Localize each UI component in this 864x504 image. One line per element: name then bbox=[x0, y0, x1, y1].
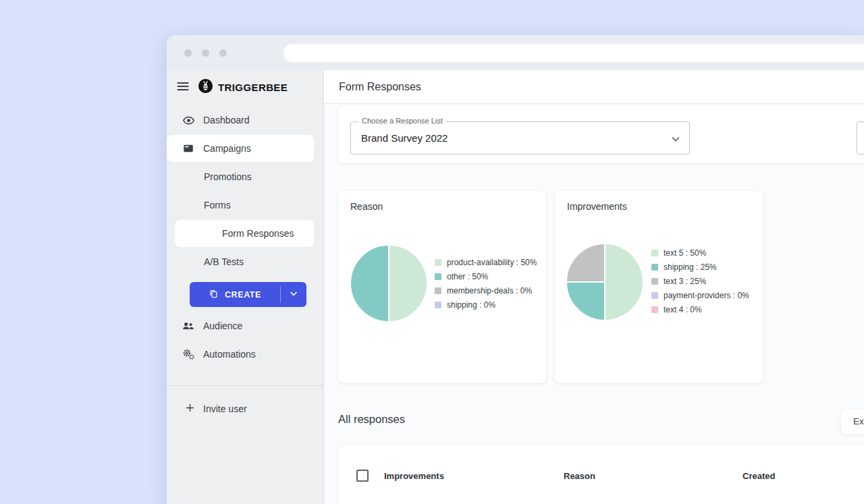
sidebar-item-forms[interactable]: Forms bbox=[167, 192, 323, 219]
legend-label: text 4 : 0% bbox=[664, 305, 702, 314]
legend-item: text 4 : 0% bbox=[651, 302, 754, 316]
legend-swatch bbox=[435, 287, 441, 294]
legend-label: shipping : 0% bbox=[447, 300, 495, 310]
triggerbee-bee-icon bbox=[198, 78, 213, 96]
secondary-select-partial[interactable] bbox=[857, 121, 864, 155]
column-header-created: Created bbox=[742, 471, 775, 481]
copy-icon bbox=[209, 289, 219, 301]
sidebar: TRIGGERBEE Dashboard Campaigns bbox=[167, 70, 324, 504]
sidebar-item-dashboard[interactable]: Dashboard bbox=[167, 107, 323, 134]
sidebar-item-label: Promotions bbox=[204, 171, 252, 182]
legend-item: shipping : 0% bbox=[435, 298, 537, 312]
reason-chart-card: Reason product-availability : 50%other :… bbox=[338, 191, 546, 383]
sidebar-item-promotions[interactable]: Promotions bbox=[167, 163, 323, 190]
campaigns-icon bbox=[182, 142, 195, 155]
responses-table: Improvements Reason Created bbox=[338, 445, 864, 504]
sidebar-item-label: Audience bbox=[203, 320, 242, 331]
legend-item: shipping : 25% bbox=[651, 260, 754, 274]
response-list-select[interactable]: Choose a Response List Brand Survey 2022 bbox=[350, 121, 690, 155]
export-button[interactable]: Export bbox=[841, 409, 864, 435]
legend-label: text 5 : 50% bbox=[664, 248, 706, 258]
window-close-button[interactable] bbox=[184, 49, 192, 57]
legend-item: payment-providers : 0% bbox=[651, 288, 754, 302]
chevron-down-icon bbox=[670, 133, 682, 148]
legend-label: payment-providers : 0% bbox=[664, 291, 749, 300]
sidebar-item-label: Dashboard bbox=[203, 115, 250, 125]
legend-swatch bbox=[651, 306, 658, 313]
legend-swatch bbox=[651, 250, 658, 256]
browser-chrome bbox=[167, 35, 864, 70]
legend-swatch bbox=[651, 278, 658, 285]
improvements-pie-chart bbox=[564, 242, 645, 323]
sidebar-item-automations[interactable]: Automations bbox=[167, 341, 323, 368]
main-content: Form Responses Choose a Response List Br… bbox=[324, 70, 864, 504]
legend-swatch bbox=[651, 292, 658, 299]
legend-item: membership-deals : 0% bbox=[435, 283, 537, 298]
response-list-filter-card: Choose a Response List Brand Survey 2022 bbox=[338, 105, 864, 163]
legend-swatch bbox=[435, 302, 441, 308]
legend-item: text 3 : 25% bbox=[651, 274, 754, 288]
legend-item: product-availability : 50% bbox=[435, 255, 537, 269]
legend-swatch bbox=[435, 273, 441, 280]
reason-chart-legend: product-availability : 50%other : 50%mem… bbox=[435, 255, 537, 312]
window-minimize-button[interactable] bbox=[202, 49, 209, 57]
legend-item: other : 50% bbox=[435, 269, 537, 283]
invite-user-label: Invite user bbox=[203, 403, 247, 414]
sidebar-item-label: Automations bbox=[203, 349, 256, 360]
app-root: TRIGGERBEE Dashboard Campaigns bbox=[167, 70, 864, 504]
url-bar[interactable] bbox=[284, 44, 864, 62]
sidebar-item-form-responses[interactable]: Form Responses bbox=[175, 220, 314, 247]
sidebar-header: TRIGGERBEE bbox=[167, 70, 323, 104]
sidebar-divider bbox=[167, 385, 323, 386]
sidebar-item-label: Forms bbox=[204, 200, 231, 211]
response-list-select-value: Brand Survey 2022 bbox=[351, 122, 689, 154]
reason-pie-chart bbox=[348, 243, 429, 324]
brand-name: TRIGGERBEE bbox=[218, 82, 288, 93]
column-header-improvements: Improvements bbox=[384, 471, 444, 481]
response-list-select-label: Choose a Response List bbox=[358, 117, 446, 125]
legend-label: membership-deals : 0% bbox=[447, 286, 532, 296]
legend-swatch bbox=[651, 264, 658, 271]
legend-item: text 5 : 50% bbox=[651, 246, 754, 260]
chart-title: Reason bbox=[350, 201, 383, 212]
sidebar-item-label: Campaigns bbox=[203, 143, 251, 154]
all-responses-heading: All responses bbox=[338, 413, 405, 426]
gears-icon bbox=[182, 347, 195, 361]
improvements-chart-legend: text 5 : 50%shipping : 25%text 3 : 25%pa… bbox=[651, 246, 754, 316]
column-header-reason: Reason bbox=[564, 471, 595, 481]
create-dropdown-button[interactable] bbox=[281, 282, 306, 307]
improvements-chart-card: Improvements text 5 : 50%shipping : 25%t… bbox=[555, 191, 763, 383]
sidebar-item-label: A/B Tests bbox=[204, 256, 244, 267]
legend-label: product-availability : 50% bbox=[447, 258, 537, 267]
plus-icon bbox=[184, 402, 196, 416]
legend-label: text 3 : 25% bbox=[664, 277, 706, 286]
sidebar-nav: Dashboard Campaigns Promotions Forms For… bbox=[167, 104, 323, 368]
window-controls bbox=[184, 49, 227, 57]
legend-label: other : 50% bbox=[447, 272, 488, 281]
chevron-down-icon bbox=[288, 288, 299, 301]
legend-label: shipping : 25% bbox=[664, 262, 717, 272]
select-all-checkbox[interactable] bbox=[356, 470, 369, 482]
chart-title: Improvements bbox=[567, 201, 627, 212]
page-header: Form Responses bbox=[324, 70, 864, 104]
page-title: Form Responses bbox=[339, 81, 421, 93]
sidebar-item-label: Form Responses bbox=[222, 228, 294, 239]
sidebar-item-campaigns[interactable]: Campaigns bbox=[167, 135, 314, 162]
legend-swatch bbox=[435, 259, 441, 266]
hamburger-menu-icon[interactable] bbox=[176, 80, 190, 95]
invite-user-button[interactable]: Invite user bbox=[167, 395, 323, 422]
brand-logo[interactable]: TRIGGERBEE bbox=[198, 78, 288, 96]
create-button[interactable]: CREATE bbox=[190, 282, 280, 307]
window-maximize-button[interactable] bbox=[219, 49, 227, 57]
eye-icon bbox=[182, 114, 195, 127]
create-button-label: CREATE bbox=[225, 290, 261, 300]
people-icon bbox=[182, 319, 195, 333]
create-split-button: CREATE bbox=[190, 282, 306, 307]
sidebar-item-audience[interactable]: Audience bbox=[167, 312, 323, 339]
browser-window: TRIGGERBEE Dashboard Campaigns bbox=[167, 35, 864, 504]
sidebar-item-ab-tests[interactable]: A/B Tests bbox=[167, 248, 323, 275]
